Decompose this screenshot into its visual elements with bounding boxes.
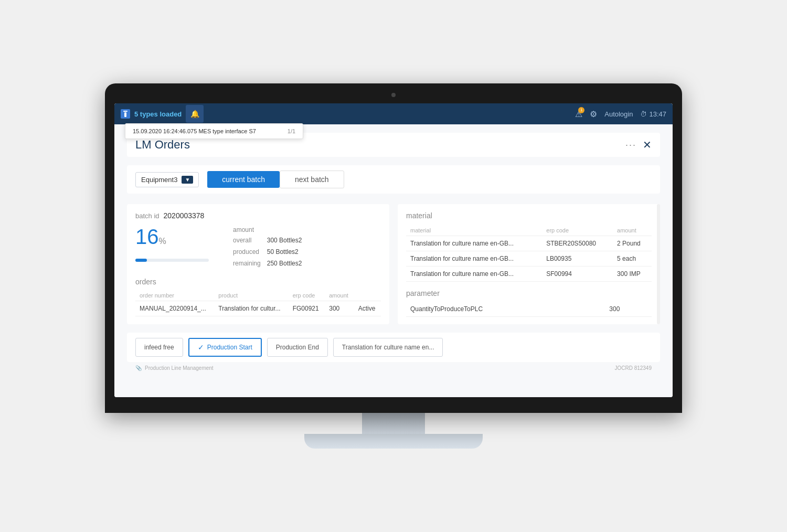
amounts-data-table: overall 300 Bottles2 produced 50 Bottles… bbox=[233, 235, 308, 269]
production-start-button[interactable]: ✓ Production Start bbox=[188, 338, 262, 357]
table-row: Translation for culture name en-GB... SF… bbox=[406, 267, 652, 282]
progress-bar-bg bbox=[135, 259, 209, 262]
equipment-label: Equipment3 bbox=[141, 176, 177, 184]
remaining-label: remaining bbox=[233, 258, 267, 269]
mat-erp-1: STBER20S50080 bbox=[542, 236, 613, 251]
overall-label: overall bbox=[233, 235, 267, 246]
warning-button[interactable]: ⚠ 1 bbox=[575, 109, 582, 119]
svg-rect-0 bbox=[123, 111, 127, 112]
mat-amount-3: 300 IMP bbox=[613, 267, 652, 282]
col-material-erp: erp code bbox=[542, 225, 613, 236]
order-number-cell: MANUAL_20200914_... bbox=[135, 301, 214, 316]
equipment-select[interactable]: Equipment3 ▼ bbox=[135, 172, 199, 187]
amounts-table: amount overall 300 Bottles2 produced 50 … bbox=[233, 226, 308, 269]
close-button[interactable]: ✕ bbox=[643, 139, 652, 151]
main-content: LM Orders ··· ✕ Equipment3 ▼ current bat… bbox=[114, 124, 673, 397]
batch-id-row: batch id 2020003378 bbox=[135, 211, 381, 220]
remaining-value: 250 Bottles2 bbox=[267, 258, 309, 269]
parameter-tbody: QuantityToProduceToPLC 300 bbox=[406, 302, 652, 317]
actions-row: infeed free ✓ Production Start Productio… bbox=[127, 333, 660, 362]
col-amount: amount bbox=[325, 290, 354, 301]
production-start-label: Production Start bbox=[207, 344, 252, 351]
parameter-label: parameter bbox=[406, 289, 652, 297]
monitor-camera bbox=[391, 93, 396, 97]
monitor-base bbox=[304, 434, 483, 449]
settings-button[interactable]: ⚙ bbox=[590, 109, 597, 119]
topbar-right: ⚠ 1 ⚙ Autologin ⏱ 13:47 bbox=[575, 109, 666, 119]
parameter-section: parameter QuantityToProduceToPLC 300 bbox=[406, 289, 652, 317]
remaining-row: remaining 250 Bottles2 bbox=[233, 258, 308, 269]
param-name-1: QuantityToProduceToPLC bbox=[406, 302, 605, 317]
progress-bar-fill bbox=[135, 259, 147, 262]
order-product-cell: Translation for cultur... bbox=[214, 301, 288, 316]
types-loaded-label: 5 types loaded bbox=[134, 110, 182, 118]
order-erp-cell: FG00921 bbox=[289, 301, 325, 316]
overall-row: overall 300 Bottles2 bbox=[233, 235, 308, 246]
order-status-cell: Active bbox=[354, 301, 381, 316]
produced-label: produced bbox=[233, 246, 267, 258]
overall-value: 300 Bottles2 bbox=[267, 235, 309, 246]
monitor-neck bbox=[362, 413, 425, 434]
material-tbody: Translation for culture name en-GB... ST… bbox=[406, 236, 652, 282]
orders-thead: order number product erp code amount bbox=[135, 290, 381, 301]
header-actions: ··· ✕ bbox=[625, 139, 652, 151]
tabs-row: Equipment3 ▼ current batch next batch bbox=[127, 165, 660, 194]
col-product: product bbox=[214, 290, 288, 301]
mat-erp-3: SF00994 bbox=[542, 267, 613, 282]
table-row: Translation for culture name en-GB... ST… bbox=[406, 236, 652, 251]
col-order-number: order number bbox=[135, 290, 214, 301]
right-panel: material material erp code amount bbox=[398, 204, 660, 324]
app-icon bbox=[121, 109, 130, 119]
table-row: QuantityToProduceToPLC 300 bbox=[406, 302, 652, 317]
production-end-button[interactable]: Production End bbox=[267, 338, 328, 357]
notification-page: 1/1 bbox=[288, 128, 295, 134]
mat-amount-2: 5 each bbox=[613, 251, 652, 267]
orders-tbody: MANUAL_20200914_... Translation for cult… bbox=[135, 301, 381, 316]
warning-badge: 1 bbox=[578, 107, 584, 113]
mat-amount-1: 2 Pound bbox=[613, 236, 652, 251]
footer-left: 📎 Production Line Management bbox=[135, 365, 214, 371]
paperclip-icon: 📎 bbox=[135, 365, 142, 371]
mat-name-3: Translation for culture name en-GB... bbox=[406, 267, 542, 282]
footer-tag: Production Line Management bbox=[145, 365, 214, 371]
batch-id-value: 2020003378 bbox=[164, 211, 205, 220]
footer-bar: 📎 Production Line Management JOCRD 81234… bbox=[127, 362, 660, 374]
col-erp-code: erp code bbox=[289, 290, 325, 301]
amount-label: amount bbox=[233, 226, 308, 233]
orders-label: orders bbox=[135, 278, 381, 286]
progress-number-wrap: 16% bbox=[135, 226, 209, 262]
topbar-left: 5 types loaded 🔔 15.09.2020 16:24:46.075… bbox=[121, 105, 204, 123]
chevron-down-icon: ▼ bbox=[182, 176, 193, 184]
svg-rect-1 bbox=[124, 112, 126, 117]
material-label: material bbox=[406, 211, 652, 220]
page-title: LM Orders bbox=[135, 138, 190, 152]
infeed-free-button[interactable]: infeed free bbox=[135, 338, 183, 357]
bell-button[interactable]: 🔔 bbox=[186, 105, 204, 123]
clock-icon: ⏱ bbox=[640, 110, 647, 118]
mat-name-2: Translation for culture name en-GB... bbox=[406, 251, 542, 267]
orders-section: orders order number product erp code amo… bbox=[135, 278, 381, 316]
scrollbar[interactable] bbox=[657, 204, 660, 324]
progress-number: 16 bbox=[135, 225, 159, 248]
translation-button[interactable]: Translation for culture name en... bbox=[333, 338, 443, 357]
progress-section: 16% amount overall 300 B bbox=[135, 226, 381, 269]
progress-percent: % bbox=[159, 237, 166, 246]
parameter-table: QuantityToProduceToPLC 300 bbox=[406, 302, 652, 317]
param-value-1: 300 bbox=[605, 302, 652, 317]
next-batch-tab[interactable]: next batch bbox=[280, 171, 344, 188]
autologin-label: Autologin bbox=[604, 110, 633, 118]
col-status bbox=[354, 290, 381, 301]
mat-name-1: Translation for culture name en-GB... bbox=[406, 236, 542, 251]
current-batch-tab[interactable]: current batch bbox=[207, 171, 280, 188]
content-grid: batch id 2020003378 16% amou bbox=[127, 204, 660, 324]
produced-value: 50 Bottles2 bbox=[267, 246, 309, 258]
topbar: 5 types loaded 🔔 15.09.2020 16:24:46.075… bbox=[114, 103, 673, 124]
footer-id: JOCRD 812349 bbox=[614, 365, 652, 371]
col-material: material bbox=[406, 225, 542, 236]
mat-erp-2: LB00935 bbox=[542, 251, 613, 267]
left-panel: batch id 2020003378 16% amou bbox=[127, 204, 389, 324]
material-header-row: material erp code amount bbox=[406, 225, 652, 236]
material-table: material erp code amount Translation for… bbox=[406, 225, 652, 282]
more-button[interactable]: ··· bbox=[625, 140, 636, 151]
orders-table: order number product erp code amount bbox=[135, 290, 381, 316]
